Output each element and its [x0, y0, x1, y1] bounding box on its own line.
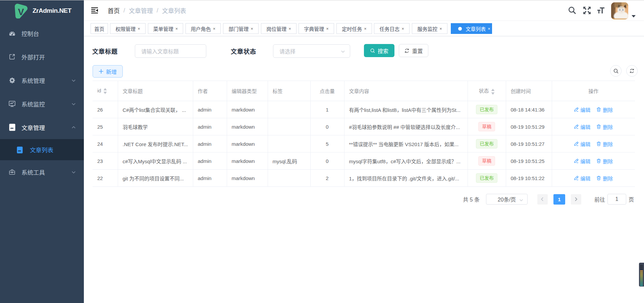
svg-text:V: V: [18, 7, 24, 17]
